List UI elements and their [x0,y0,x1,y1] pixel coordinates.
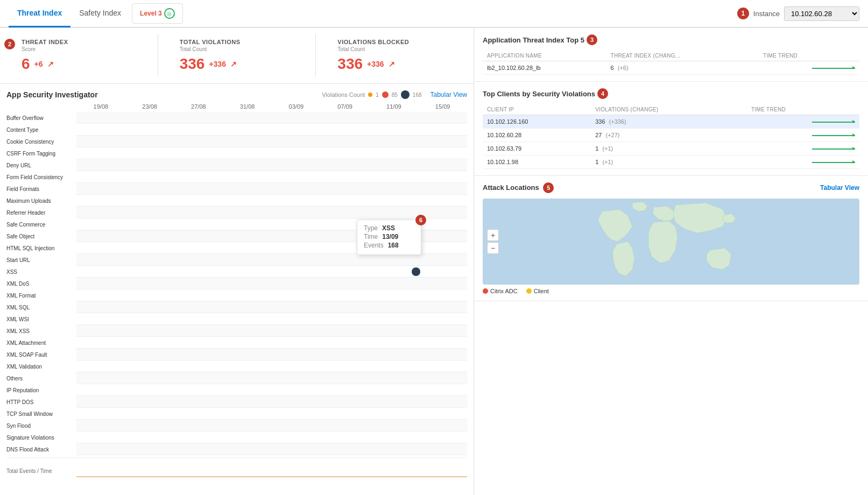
label-xml-attachment: XML Attachment [6,337,76,349]
trend-line-icon [812,162,855,163]
date-label-6: 11/09 [370,103,419,110]
col-threat-index: THREAT INDEX (CHANG... [606,51,759,61]
level-badge-label: Level 3 [140,10,162,17]
label-xml-dos: XML DoS [6,278,76,289]
label-safe-object: Safe Object [6,230,76,242]
attack-tabular-view-button[interactable]: Tabular View [820,184,859,192]
timeline-label: Total Events / Time [6,468,76,474]
investigator-header: App Security Investigator Violations Cou… [6,90,467,99]
metric-blocked-value: 336 +336 ↗ [329,55,461,73]
attack-locations-badge: 5 [543,182,554,193]
chart-row-28 [76,443,467,455]
label-html-sql: HTML SQL Injection [6,242,76,254]
metric-threat-change: +6 [34,60,43,68]
citrix-adc-dot-icon [483,288,488,294]
date-label-5: 07/09 [321,103,370,110]
top-clients-title: Top Clients by Security Violations 4 [483,88,859,99]
map-legend: Citrix ADC Client [483,288,859,294]
trend-cell-1 [759,61,859,75]
top-clients-table: CLIENT IP VIOLATIONS (CHANGE) TIME TREND… [483,104,859,169]
trend-cell [747,115,859,129]
tab-level[interactable]: Level 3 ◎ [132,3,183,24]
client-ip-cell: 10.102.126.160 [483,115,591,129]
label-field-formats: Field Formats [6,183,76,195]
chart-row-xss [76,266,467,278]
label-buffer-overflow: Buffer Overflow [6,112,76,124]
chart-row-3 [76,147,467,159]
violations-cell: 336 (+336) [591,115,747,129]
chart-row-25 [76,408,467,420]
label-max-uploads: Maximum Uploads [6,195,76,207]
dot-1-value: 1 [376,92,379,98]
label-sig-violations: Signature Violations [6,432,76,443]
tooltip-type-label: Type [364,224,378,232]
tooltip-badge-6: 6 [415,215,426,225]
chart-row-6 [76,183,467,195]
label-referrer-header: Referrer Header [6,207,76,218]
chart-row-18 [76,325,467,337]
tabular-view-button[interactable]: Tabular View [431,91,467,98]
label-xml-validation: XML Validation [6,360,76,372]
instance-label: Instance [753,10,780,18]
label-xml-wsi: XML WSI [6,313,76,325]
right-panel: Application Threat Index Top 5 3 APPLICA… [474,28,868,495]
metric-violations-subtitle: Total Count [171,46,303,52]
zoom-in-button[interactable]: + [487,229,499,241]
timeline-container: Total Events / Time [6,457,467,484]
metric-violations-value: 336 +336 ↗ [171,55,303,73]
chart-row-26 [76,420,467,432]
map-zoom-controls: + − [487,229,499,254]
top-clients-section: Top Clients by Security Violations 4 CLI… [474,82,868,176]
date-label-4: 03/09 [272,103,321,110]
client-ip-cell: 10.102.60.28 [483,129,591,142]
app-name-cell: lb2_10.102.60.28_lb [483,61,606,75]
violations-count-area: Violations Count 1 85 168 [322,90,421,99]
chart-row-15 [76,289,467,301]
date-label-0: 19/08 [76,103,125,110]
chart-row-4 [76,159,467,171]
metric-violations-change: +336 [209,60,226,68]
trend-cell [747,129,859,142]
chart-row-16 [76,301,467,313]
label-xml-format: XML Format [6,289,76,301]
chart-row-8 [76,207,467,218]
table-row: 10.102.126.160 336 (+336) [483,115,859,129]
instance-dropdown[interactable]: 10.102.60.28 [784,6,859,21]
level-icon: ◎ [164,8,175,19]
left-panel: 2 THREAT INDEX Score 6 +6 ↗ TOTAL VIOLAT… [0,28,474,495]
metric-threat-subtitle: Score [13,46,145,52]
metric-blocked-title: VIOLATIONS BLOCKED [329,39,461,45]
date-label-2: 27/08 [174,103,223,110]
violations-arrow-icon: ↗ [230,60,237,68]
tooltip-events-value: 168 [388,242,399,249]
chart-body: Buffer Overflow Content Type Cookie Cons… [6,112,467,455]
label-tcp-small: TCP Small Window [6,408,76,420]
table-row: lb2_10.102.60.28_lb 6 (+6) [483,61,859,75]
trend-cell [747,142,859,155]
trend-line-icon [812,148,855,150]
dot-85-value: 85 [392,92,398,98]
tab-safety-index[interactable]: Safety Index [70,0,130,27]
chart-row-23 [76,384,467,396]
label-deny-url: Deny URL [6,159,76,171]
clients-header-row: CLIENT IP VIOLATIONS (CHANGE) TIME TREND [483,104,859,115]
zoom-out-button[interactable]: − [487,242,499,254]
date-label-1: 23/08 [125,103,174,110]
col-time-trend-2: TIME TREND [747,104,859,115]
date-label-3: 31/08 [223,103,272,110]
top-clients-badge: 4 [597,88,608,99]
client-dot-icon [526,288,532,294]
trend-cell [747,155,859,169]
chart-row-20 [76,349,467,360]
chart-row-17 [76,313,467,325]
table-row: 10.102.60.28 27 (+27) [483,129,859,142]
col-violations-change: VIOLATIONS (CHANGE) [591,104,747,115]
chart-row-19 [76,337,467,349]
threat-top5-table: APPLICATION NAME THREAT INDEX (CHANG... … [483,51,859,75]
threat-index-top5-section: Application Threat Index Top 5 3 APPLICA… [474,28,868,82]
label-cookie-consistency: Cookie Consistency [6,136,76,147]
tab-threat-index[interactable]: Threat Index [9,0,70,27]
tooltip-box: Type XSS Time 13/09 Events 168 [357,220,421,255]
chart-row-7 [76,195,467,207]
metrics-row: 2 THREAT INDEX Score 6 +6 ↗ TOTAL VIOLAT… [0,28,474,84]
